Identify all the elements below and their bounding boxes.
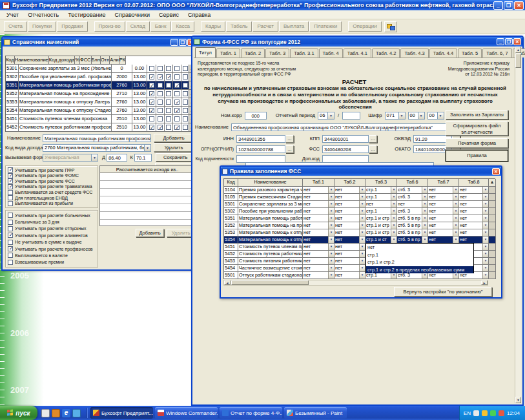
checkbox[interactable] [158,125,163,130]
scroll-down-icon[interactable]: ▼ [515,397,521,403]
cell-tab2-dropdown[interactable]: нет▼ [335,244,365,251]
tray-antivirus-icon[interactable] [499,410,504,416]
checkbox[interactable] [166,66,171,71]
column-header[interactable]: Код [224,179,238,187]
checkbox-row[interactable]: Выплачивается из прибыли [8,201,96,206]
chevron-down-icon[interactable]: ▼ [328,272,334,278]
chevron-down-icon[interactable]: ▼ [144,145,150,151]
cell-tab1-dropdown[interactable]: нет▼ [303,265,335,272]
chevron-down-icon[interactable]: ▼ [391,229,396,236]
chevron-down-icon[interactable]: ▼ [482,215,488,222]
chevron-down-icon[interactable]: ▼ [391,222,396,229]
rules-button[interactable]: Правила [446,150,508,162]
tab[interactable]: Табл. 5 [458,48,482,58]
checkbox-row[interactable]: Выплачивается в валюте [8,253,96,258]
cell-tab3-dropdown[interactable]: стр.1▼ [365,194,397,201]
chevron-down-icon[interactable]: ▼ [453,201,458,207]
table-row[interactable]: 5301 Сохранение зарплаты за 3 мес (Уволь… [6,65,194,73]
checkbox[interactable] [158,66,163,71]
chevron-down-icon[interactable]: ▼ [482,244,488,250]
cell-tab8-dropdown[interactable]: нет▼ [459,208,489,215]
toolbar-button[interactable]: Выплата [279,21,309,32]
cell-tab1-dropdown[interactable]: нет▼ [303,244,335,251]
called-form-combobox[interactable]: Универсальная ▼ [43,154,98,162]
checkbox-row[interactable]: Учитывать при расчете алиментов [8,233,96,238]
start-button[interactable]: пуск [0,406,37,420]
chevron-down-icon[interactable]: ▼ [391,201,396,207]
period-combobox[interactable]: 06 ▼ [318,112,335,120]
name-input[interactable]: Материальная помощь работникам профсоюза [43,134,151,142]
table-row[interactable]: 5353 Материальная помощь к отпуску Лагер… [6,98,194,107]
chevron-down-icon[interactable]: ▼ [359,236,365,243]
toolbar-button[interactable]: Операции [348,21,381,32]
table-scrollbar[interactable]: ▲ [489,179,496,187]
chevron-down-icon[interactable]: ▼ [359,244,365,250]
cell-ali[interactable] [173,98,181,107]
cell-rk[interactable] [181,107,189,115]
cell-tab8-dropdown[interactable]: нет▼ [459,201,489,208]
cell-tab2-dropdown[interactable]: нет▼ [335,272,365,279]
cell-tab8-dropdown[interactable]: нет▼ [459,222,489,229]
cell-rk[interactable] [181,123,189,132]
checkbox[interactable] [8,253,13,258]
table-row[interactable]: 5352 Материальная помощь на прохождение … [6,90,194,98]
cell-rk[interactable] [181,90,189,98]
cell-tab6-dropdown[interactable]: стб. 5 в пр▼ [397,215,428,222]
chevron-down-icon[interactable]: ▼ [328,244,334,250]
chevron-down-icon[interactable]: ▼ [328,215,334,222]
cell-fss[interactable] [147,98,156,107]
checkbox[interactable] [183,83,188,88]
chevron-down-icon[interactable]: ▼ [422,187,427,193]
task-button[interactable]: Windows Commander... [155,407,218,419]
checkbox[interactable] [158,100,163,105]
checkbox[interactable] [149,100,154,105]
chevron-down-icon[interactable]: ▼ [359,229,365,236]
save-button[interactable]: Сохранить [156,153,195,162]
cell-tab3-dropdown[interactable]: стр.1▼ [365,208,397,215]
table-row[interactable]: 5105 Премия ежемесячная Стадион (Сумм не… [224,194,495,201]
calc-basis-list[interactable] [99,173,195,226]
cell-bln[interactable] [156,81,165,90]
cell-tab2-dropdown[interactable]: нет▼ [335,265,365,272]
column-header[interactable]: Отп [101,56,110,65]
cell-ali[interactable] [173,90,181,98]
checkbox[interactable] [158,74,163,79]
chevron-down-icon[interactable]: ▼ [359,215,365,222]
table-scrollbar[interactable] [489,244,496,251]
shifr1-combobox[interactable]: 071 ▼ [385,112,406,120]
chevron-down-icon[interactable]: ▼ [422,215,427,222]
checkbox-row[interactable]: Учитывать при расчете профвзносов [8,246,96,251]
table-scrollbar[interactable] [489,208,496,215]
cell-fss[interactable] [147,73,156,81]
income-code-combobox[interactable]: 2760 Материальная помощь работникам, быв… [43,144,151,152]
toolbar-button[interactable]: Расчет [252,21,278,32]
checkbox[interactable] [149,125,154,130]
org-input[interactable]: Объединенная профсоюзная организация ООО… [231,123,478,131]
column-header[interactable]: Таб.8 [459,179,489,187]
maximize-icon[interactable]: ❐ [505,38,513,45]
chevron-down-icon[interactable]: ▼ [482,272,488,278]
checkbox[interactable] [8,240,13,245]
tab[interactable]: Табл. 6, 7 [482,48,511,58]
checkbox[interactable] [158,91,163,96]
column-header[interactable]: Наименование [238,179,303,187]
table-row[interactable]: 5452 Стоимость путевок работникам профсо… [6,123,194,132]
checkbox[interactable] [8,213,13,218]
chevron-down-icon[interactable]: ▼ [328,187,334,193]
chevron-down-icon[interactable]: ▼ [359,201,365,207]
chevron-down-icon[interactable]: ▼ [328,236,334,243]
checkbox[interactable] [8,233,13,238]
chevron-down-icon[interactable]: ▼ [422,194,427,200]
checkbox[interactable] [183,116,188,121]
column-header[interactable]: % [75,56,80,65]
cell-tab7-dropdown[interactable]: нет▼ [428,215,459,222]
cell-tab1-dropdown[interactable]: нет▼ [303,272,335,279]
tab[interactable]: Табл. 4.1 [344,48,371,58]
cell-rk[interactable] [181,65,189,73]
fss-input[interactable]: 3406480208 [322,145,369,153]
checkbox[interactable] [166,83,171,88]
cell-tab3-dropdown[interactable]: стр.1▼ [365,187,397,194]
cell-tab1-dropdown[interactable]: нет▼ [303,222,335,229]
ogrn-input[interactable]: 1023400000788 [236,145,285,153]
checkbox[interactable] [149,66,154,71]
